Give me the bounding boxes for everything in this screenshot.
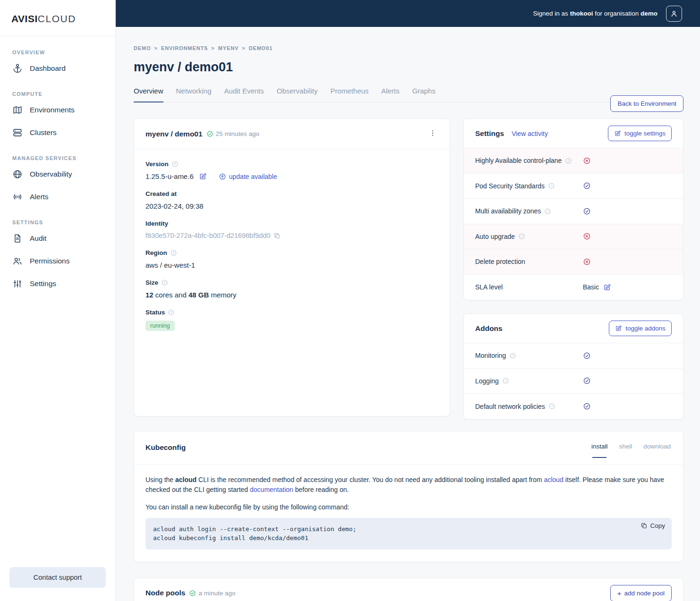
help-icon[interactable]: ?	[548, 182, 555, 189]
tab-overview[interactable]: Overview	[134, 87, 163, 102]
help-icon[interactable]: ?	[502, 377, 509, 384]
tab-graphs[interactable]: Graphs	[412, 87, 435, 102]
addon-label-text: Monitoring	[475, 352, 506, 359]
cluster-card-menu-button[interactable]	[427, 127, 438, 140]
check-circle-icon	[583, 352, 591, 360]
help-icon[interactable]: ?	[170, 249, 177, 256]
copy-command-button[interactable]: Copy	[640, 522, 665, 529]
region-label-text: Region	[145, 249, 167, 256]
user-menu-button[interactable]	[666, 6, 682, 22]
version-value: 1.25.5-u-ame.6	[145, 172, 194, 180]
organisation-name: demo	[640, 10, 657, 17]
addons-card-title: Addons	[475, 324, 503, 333]
edit-icon[interactable]	[199, 172, 207, 180]
sla-level-value: Basic	[583, 283, 599, 291]
node-pools-last-updated: a minute ago	[189, 590, 235, 597]
sidebar-item-label: Environments	[30, 106, 75, 114]
copy-icon	[640, 522, 648, 529]
help-icon[interactable]: ?	[544, 208, 551, 215]
sidebar-item-settings[interactable]: Settings	[0, 272, 115, 295]
check-circle-icon	[583, 207, 591, 215]
size-label: Size ?	[145, 279, 438, 286]
settings-card-header: Settings View activity toggle settings	[464, 119, 683, 148]
svg-text:?: ?	[504, 379, 506, 382]
setting-row-pod-security: Pod Security Standards ?	[464, 174, 683, 199]
kubeconfig-card: Kubeconfig install shell download Using …	[134, 431, 683, 562]
back-to-environment-button[interactable]: Back to Environment	[610, 95, 683, 112]
check-circle-icon	[189, 590, 196, 597]
kubeconfig-tab-shell[interactable]: shell	[618, 438, 633, 457]
sidebar-item-label: Permissions	[30, 257, 69, 265]
help-icon[interactable]: ?	[168, 309, 175, 316]
anchor-icon	[12, 63, 23, 74]
identity-label: Identity	[145, 220, 438, 227]
nav-section-overview: OVERVIEW	[0, 38, 115, 57]
code-line-1: acloud auth login --create-context --org…	[153, 525, 664, 534]
update-available-link[interactable]: update available	[219, 173, 277, 180]
identity-value-row: f830e570-272a-4bfc-b007-d21698bf9dd0	[145, 232, 438, 239]
breadcrumb-demo01[interactable]: DEMO01	[249, 45, 273, 51]
svg-text:?: ?	[551, 184, 553, 187]
status-label: Status ?	[145, 309, 438, 316]
toggle-addons-button[interactable]: toggle addons	[609, 321, 672, 336]
x-circle-icon	[583, 157, 591, 165]
sidebar-item-dashboard[interactable]: Dashboard	[0, 57, 115, 80]
help-icon[interactable]: ?	[509, 352, 516, 359]
node-pools-last-updated-text: a minute ago	[198, 590, 235, 597]
sliders-icon	[12, 279, 23, 289]
kubeconfig-tab-install[interactable]: install	[590, 438, 609, 457]
size-end-text: memory	[209, 291, 236, 299]
tab-observability[interactable]: Observability	[277, 87, 318, 102]
sidebar-item-permissions[interactable]: Permissions	[0, 250, 115, 272]
sidebar-item-observability[interactable]: Observability	[0, 163, 115, 186]
breadcrumb-myenv[interactable]: MYENV	[218, 45, 239, 51]
tab-prometheus[interactable]: Prometheus	[330, 87, 368, 102]
version-label-text: Version	[145, 161, 169, 168]
nav-section-compute: COMPUTE	[0, 80, 115, 99]
version-label: Version ?	[145, 161, 438, 168]
tab-networking[interactable]: Networking	[176, 87, 212, 102]
breadcrumb-separator: >	[242, 45, 245, 51]
documentation-link[interactable]: documentation	[250, 486, 293, 493]
help-icon[interactable]: ?	[161, 279, 168, 286]
acloud-link[interactable]: acloud	[544, 476, 563, 483]
kubeconfig-paragraph-1: Using the acloud CLI is the recommended …	[145, 475, 672, 495]
signed-in-text: Signed in as thokooi for organisation de…	[533, 10, 657, 17]
help-icon[interactable]: ?	[548, 403, 555, 410]
x-circle-icon	[583, 258, 591, 266]
view-activity-link[interactable]: View activity	[512, 130, 548, 137]
help-icon[interactable]: ?	[518, 233, 525, 240]
setting-row-auto-upgrade: Auto upgrade ?	[464, 224, 683, 250]
help-icon[interactable]: ?	[171, 161, 179, 168]
breadcrumb-environments[interactable]: ENVIRONMENTS	[161, 45, 208, 51]
breadcrumb: DEMO>ENVIRONMENTS>MYENV>DEMO01	[134, 45, 683, 51]
right-column: Settings View activity toggle settings H…	[463, 119, 683, 420]
app-root: AVISICLOUD OVERVIEW Dashboard COMPUTE En…	[0, 0, 700, 601]
copy-icon[interactable]	[273, 232, 281, 239]
breadcrumb-demo[interactable]: DEMO	[134, 45, 151, 51]
kubeconfig-tab-download[interactable]: download	[642, 438, 672, 457]
setting-row-sla-level: SLA level Basic	[464, 275, 683, 300]
tab-alerts[interactable]: Alerts	[381, 87, 399, 102]
document-icon	[12, 233, 23, 244]
sidebar-item-alerts[interactable]: Alerts	[0, 186, 115, 208]
sidebar-item-environments[interactable]: Environments	[0, 99, 115, 121]
size-memory: 48 GB	[188, 291, 209, 299]
check-circle-icon	[206, 130, 213, 137]
help-icon[interactable]: ?	[565, 157, 572, 164]
arrow-up-circle-icon	[219, 173, 226, 180]
sidebar-item-clusters[interactable]: Clusters	[0, 121, 115, 144]
tab-audit-events[interactable]: Audit Events	[224, 87, 264, 102]
settings-card-title: Settings	[475, 129, 504, 138]
add-node-pool-button[interactable]: + add node pool	[610, 585, 672, 601]
server-stack-icon	[12, 127, 23, 138]
cluster-card-body: Version ? 1.25.5-u-ame.6 update availabl…	[134, 149, 450, 341]
sidebar-item-audit[interactable]: Audit	[0, 227, 115, 250]
edit-icon	[615, 325, 622, 332]
map-icon	[12, 105, 23, 115]
toggle-settings-button[interactable]: toggle settings	[608, 126, 672, 141]
broadcast-icon	[12, 192, 23, 202]
setting-label-text: Auto upgrade	[475, 233, 515, 240]
edit-icon[interactable]	[603, 283, 611, 291]
contact-support-button[interactable]: Contact support	[9, 567, 106, 588]
